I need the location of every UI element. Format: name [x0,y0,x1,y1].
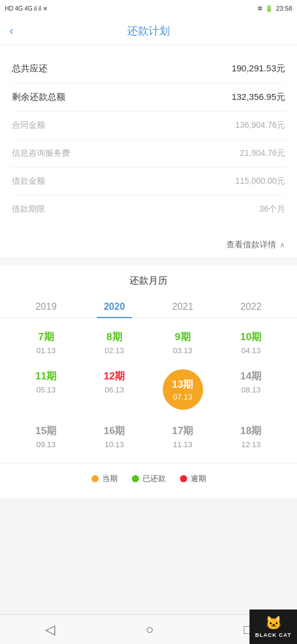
section-divider [0,258,297,265]
period-9[interactable]: 9期 03.13 [159,330,207,355]
legend-dot-orange [91,475,99,482]
service-fee-label: 信息咨询服务费 [12,148,70,159]
period-7-label: 7期 [38,330,53,344]
period-10[interactable]: 10期 04.13 [228,330,275,355]
period-18[interactable]: 18期 12.13 [228,424,275,449]
year-tab-2019[interactable]: 2019 [29,297,64,318]
status-right: ✲ 🔋 23:58 [257,5,292,12]
legend-overdue-label: 逾期 [191,473,206,484]
remaining-repayment-row: 剩余还款总额 132,356.95元 [12,83,285,112]
period-8-date: 02.13 [105,346,124,355]
legend-paid-label: 已还款 [143,473,166,484]
period-15[interactable]: 15期 09.13 [23,424,70,449]
time: 23:58 [276,5,292,12]
period-14-date: 08.13 [241,385,261,394]
total-repayment-row: 总共应还 190,291.53元 [12,55,285,83]
period-18-date: 12.13 [241,440,261,449]
total-repayment-value: 190,291.53元 [232,63,285,74]
period-14[interactable]: 14期 08.13 [228,369,275,410]
chevron-up-icon: ∧ [280,241,285,249]
contract-amount-label: 合同金额 [12,120,45,131]
period-17-label: 17期 [172,424,194,438]
period-9-date: 03.13 [173,346,192,355]
loan-amount-row: 借款金额 115,000.00元 [12,168,285,196]
total-repayment-label: 总共应还 [12,63,48,74]
period-10-date: 04.13 [241,346,261,355]
period-15-label: 15期 [36,424,57,438]
legend-dot-green [132,475,139,482]
calendar-section: 还款月历 2019 2020 2021 2022 7期 01.13 8期 02.… [0,265,297,498]
header: ‹ 还款计划 [0,17,297,45]
calendar-row-2: 11期 05.13 12期 06.13 13期 07.13 14期 08.13 [12,369,285,410]
period-13-label: 13期 [172,378,194,391]
legend-paid: 已还款 [132,473,166,484]
period-7-date: 01.13 [36,346,56,355]
legend: 当期 已还款 逾期 [0,463,297,489]
nav-home-icon[interactable]: ○ [146,622,153,637]
contract-amount-value: 136,904.76元 [235,120,285,131]
period-18-label: 18期 [241,424,262,438]
period-12-date: 06.13 [105,385,124,394]
period-17-date: 11.13 [173,440,192,449]
signal-text: HD 4G 4G il il ✕ [5,5,48,12]
page-title: 还款计划 [127,24,170,38]
period-16-label: 16期 [104,424,125,438]
legend-current-label: 当期 [102,473,118,484]
view-details-button[interactable]: 查看借款详情 ∧ [0,233,297,258]
loan-term-value: 36个月 [259,204,285,215]
service-fee-value: 21,904.76元 [240,148,285,159]
view-details-text: 查看借款详情 [226,240,276,250]
period-13-date: 07.13 [173,392,192,401]
period-8-label: 8期 [106,330,122,344]
loan-amount-label: 借款金额 [12,176,45,187]
back-button[interactable]: ‹ [10,24,14,37]
period-12[interactable]: 12期 06.13 [91,369,138,410]
period-16[interactable]: 16期 10.13 [91,424,138,449]
period-13-current: 13期 07.13 [163,369,203,410]
service-fee-row: 信息咨询服务费 21,904.76元 [12,140,285,168]
period-9-label: 9期 [175,330,190,344]
legend-overdue: 逾期 [180,473,206,484]
bluetooth-icon: ✲ [257,5,263,12]
contract-amount-row: 合同金额 136,904.76元 [12,112,285,140]
remaining-repayment-label: 剩余还款总额 [12,92,65,103]
year-tabs: 2019 2020 2021 2022 [0,297,297,318]
calendar-title: 还款月历 [0,275,297,287]
period-7[interactable]: 7期 01.13 [23,330,70,355]
period-11[interactable]: 11期 05.13 [23,369,70,410]
period-13[interactable]: 13期 07.13 [159,369,207,410]
period-14-label: 14期 [241,369,262,383]
calendar-grid: 7期 01.13 8期 02.13 9期 03.13 10期 04.13 11期… [0,330,297,449]
black-cat-watermark: 🐱 BLACK CAT [249,610,297,644]
period-12-label: 12期 [104,369,125,383]
nav-back-icon[interactable]: ◁ [45,622,55,637]
period-16-date: 10.13 [105,440,124,449]
loan-term-label: 借款期限 [12,204,45,215]
loan-amount-value: 115,000.00元 [235,176,285,187]
year-tab-2022[interactable]: 2022 [233,297,269,318]
status-bar: HD 4G 4G il il ✕ ✲ 🔋 23:58 [0,0,297,17]
period-17[interactable]: 17期 11.13 [159,424,207,449]
legend-dot-red [180,475,187,482]
period-10-label: 10期 [241,330,262,344]
cat-icon: 🐱 [266,615,282,631]
battery-icon: 🔋 [265,5,273,12]
black-cat-text: BLACK CAT [255,632,292,638]
calendar-row-3: 15期 09.13 16期 10.13 17期 11.13 18期 12.13 [12,424,285,449]
period-15-date: 09.13 [36,440,56,449]
year-tab-2020[interactable]: 2020 [97,297,132,318]
legend-current: 当期 [91,473,118,484]
status-left: HD 4G 4G il il ✕ [5,5,48,12]
period-11-label: 11期 [36,369,57,383]
calendar-row-1: 7期 01.13 8期 02.13 9期 03.13 10期 04.13 [12,330,285,355]
period-11-date: 05.13 [36,385,56,394]
period-8[interactable]: 8期 02.13 [91,330,138,355]
loan-term-row: 借款期限 36个月 [12,196,285,223]
year-tab-2021[interactable]: 2021 [165,297,201,318]
remaining-repayment-value: 132,356.95元 [232,92,285,103]
summary-section: 总共应还 190,291.53元 剩余还款总额 132,356.95元 合同金额… [0,45,297,233]
